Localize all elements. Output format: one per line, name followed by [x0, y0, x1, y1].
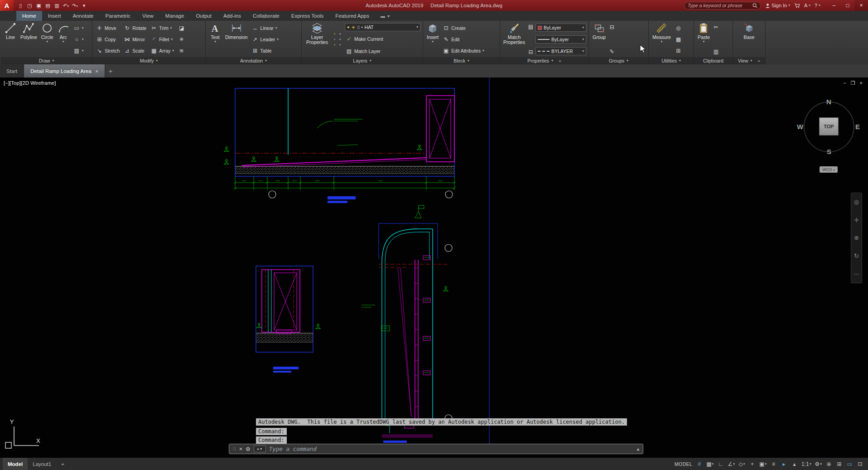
sign-in-button[interactable]: Sign In ▾	[765, 3, 790, 8]
panel-footer-modify[interactable]: Modify▾	[92, 57, 205, 64]
redo-icon[interactable]: ↷▾	[71, 1, 79, 10]
create-block-button[interactable]: ⊡Create	[442, 24, 485, 33]
match-layer-button[interactable]: ▤Match Layer	[345, 47, 420, 56]
panel-footer-groups[interactable]: Groups▾	[589, 57, 648, 64]
help-search-box[interactable]	[684, 2, 761, 10]
object-snap-icon[interactable]: ▣▾	[759, 461, 767, 467]
viewcube-north[interactable]: N	[826, 98, 831, 106]
viewcube-top-face[interactable]: TOP	[819, 117, 839, 136]
viewport-close-icon[interactable]: ×	[860, 80, 863, 86]
polar-tracking-icon[interactable]: ∠▾	[728, 461, 735, 467]
array-button[interactable]: ▦Array▾	[149, 46, 175, 55]
quick-select-button[interactable]: ▦	[674, 35, 683, 44]
new-drawing-tab-button[interactable]: +	[105, 64, 116, 78]
ortho-icon[interactable]: ∟	[717, 461, 724, 467]
offset-button[interactable]: ≋	[177, 46, 186, 55]
ribbon-minimize-icon[interactable]: ▬	[381, 14, 385, 19]
panel-footer-annotation[interactable]: Annotation▾	[206, 57, 301, 64]
layer-off-icon[interactable]: ▪	[333, 32, 337, 36]
layer-merge-icon[interactable]: ▪	[338, 43, 342, 47]
qat-dropdown-icon[interactable]: ▾	[80, 1, 88, 10]
edit-attributes-button[interactable]: ▣Edit Attributes▾	[442, 46, 485, 55]
panel-footer-view[interactable]: View▾»	[733, 57, 765, 64]
ribbon-tab-addins[interactable]: Add-ins	[217, 11, 247, 21]
measure-button[interactable]: Measure ▾	[651, 22, 672, 57]
layer-freeze-icon[interactable]: ▪	[333, 37, 337, 42]
maximize-button[interactable]: □	[841, 0, 854, 11]
viewcube-wcs-menu[interactable]: WCS▾	[820, 166, 838, 173]
dimension-button[interactable]: Dimension	[224, 22, 249, 57]
panel-footer-layers[interactable]: Layers▾	[302, 57, 423, 64]
layer-selector-dropdown[interactable]: ● ☀ ▯ ▪ HAT ▾	[345, 23, 420, 31]
circle-button[interactable]: Circle ▾	[40, 22, 55, 57]
chevron-down-icon[interactable]: ▾	[661, 40, 663, 44]
explode-button[interactable]: ✳	[177, 35, 186, 44]
ribbon-tab-manage[interactable]: Manage	[159, 11, 190, 21]
ribbon-tab-annotate[interactable]: Annotate	[67, 11, 99, 21]
arc-button[interactable]: Arc ▾	[56, 22, 71, 57]
mirror-button[interactable]: ⋈Mirror	[123, 35, 147, 44]
viewcube-south[interactable]: S	[827, 148, 831, 155]
undo-icon[interactable]: ↶▾	[62, 1, 70, 10]
panel-expand-icon[interactable]: »	[757, 58, 760, 63]
recent-commands-button[interactable]: ▸▾	[254, 446, 266, 452]
command-line-bar[interactable]: ∷ × ⚙ ▸▾ ▴	[229, 444, 643, 454]
viewport-controls-label[interactable]: [−][Top][2D Wireframe]	[4, 80, 56, 86]
ribbon-tab-express-tools[interactable]: Express Tools	[285, 11, 329, 21]
polyline-button[interactable]: Polyline	[19, 22, 39, 57]
file-tab-active-drawing[interactable]: Detail Ramp Loading Area ×	[24, 64, 105, 78]
drag-grip-icon[interactable]: ∷	[233, 446, 236, 452]
showmotion-icon[interactable]: ⋯	[854, 271, 859, 277]
viewcube-west[interactable]: W	[797, 123, 803, 131]
open-icon[interactable]: ◳	[26, 1, 34, 10]
chevron-down-icon[interactable]: ▾	[582, 38, 584, 41]
layer-isolate-icon[interactable]: ▪	[338, 32, 342, 36]
viewport-restore-icon[interactable]: ❐	[851, 80, 855, 86]
clean-screen-icon[interactable]: ⊡	[857, 461, 863, 467]
minimize-button[interactable]: –	[827, 0, 841, 11]
ribbon-tab-view[interactable]: View	[136, 11, 159, 21]
panel-footer-clipboard[interactable]: Clipboard	[694, 57, 733, 64]
panel-expand-icon[interactable]: »	[559, 58, 561, 63]
ribbon-tab-collaborate[interactable]: Collaborate	[247, 11, 285, 21]
cut-icon[interactable]: ✂	[713, 24, 719, 30]
new-layout-button[interactable]: +	[56, 458, 69, 470]
autocad-app-icon[interactable]: A	[0, 0, 14, 11]
panel-footer-utilities[interactable]: Utilities▾	[649, 57, 694, 64]
snap-mode-icon[interactable]: ▦▾	[706, 461, 714, 467]
save-icon[interactable]: ▣	[35, 1, 43, 10]
chevron-down-icon[interactable]: ▾	[416, 25, 418, 29]
panel-footer-draw[interactable]: Draw▾	[1, 57, 92, 64]
text-button[interactable]: A Text ▾	[208, 22, 222, 57]
object-color-dropdown[interactable]: ByLayer▾	[535, 24, 586, 32]
ungroup-icon[interactable]: ⊟	[608, 24, 615, 30]
layout1-tab[interactable]: Layout1	[28, 458, 56, 470]
annotation-monitor-icon[interactable]: ⊕	[825, 461, 832, 467]
selection-cycling-icon[interactable]: ▸	[781, 461, 787, 467]
osnap-tracking-icon[interactable]: +	[749, 461, 756, 467]
model-tab[interactable]: Model	[3, 458, 28, 470]
quick-calc-button[interactable]: ⊞	[674, 46, 683, 55]
chevron-down-icon[interactable]: ▾	[582, 26, 584, 29]
command-history-expand-icon[interactable]: ▴	[637, 446, 639, 451]
viewcube-east[interactable]: E	[855, 123, 860, 131]
layer-properties-button[interactable]: Layer Properties	[304, 22, 330, 57]
ribbon-tab-insert[interactable]: Insert	[42, 11, 67, 21]
chevron-down-icon[interactable]: ▾	[214, 40, 216, 44]
rectangle-tool-button[interactable]: ▭▾	[72, 24, 85, 33]
panel-footer-properties[interactable]: Properties▾»	[500, 57, 588, 64]
orbit-icon[interactable]: ↻	[854, 252, 859, 259]
command-input[interactable]	[269, 446, 634, 452]
viewport-minimize-icon[interactable]: −	[843, 80, 846, 86]
hatch-tool-button[interactable]: ▨▾	[72, 46, 85, 55]
paste-button[interactable]: Paste ▾	[696, 22, 711, 57]
workspace-switch-icon[interactable]: ⚙▾	[815, 461, 822, 467]
stretch-button[interactable]: ↘Stretch	[95, 46, 121, 55]
annotation-visibility-icon[interactable]: ▴	[791, 461, 798, 467]
scale-button[interactable]: ⊿Scale	[123, 46, 147, 55]
drawing-geometry[interactable]: Y X	[0, 78, 868, 458]
chevron-down-icon[interactable]: ▾	[432, 40, 434, 44]
linear-dimension-button[interactable]: ↔Linear▾	[251, 24, 280, 33]
ribbon-tab-featured-apps[interactable]: Featured Apps	[329, 11, 375, 21]
lineweight-display-icon[interactable]: ≡	[770, 461, 777, 467]
